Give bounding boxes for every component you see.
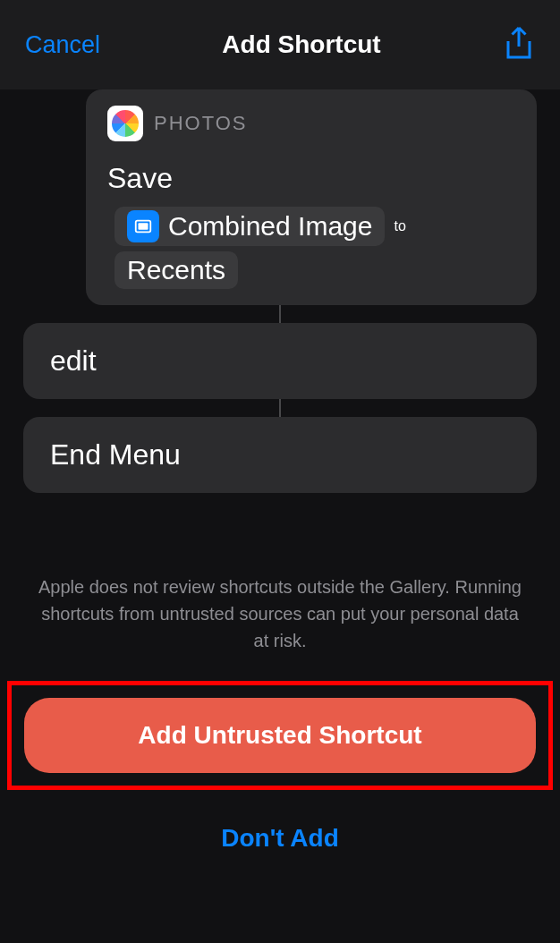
warning-text: Apple does not review shortcuts outside … [23, 573, 537, 654]
connector-line [279, 305, 281, 323]
header-bar: Cancel Add Shortcut [0, 0, 560, 89]
connector-line [279, 399, 281, 417]
page-title: Add Shortcut [222, 30, 380, 59]
image-icon [127, 210, 159, 242]
photos-app-icon [107, 106, 143, 141]
app-header-row: PHOTOS [107, 106, 515, 141]
action-params-row: Combined Image to [115, 207, 515, 246]
svg-rect-1 [139, 224, 148, 230]
connector-text: to [394, 218, 405, 234]
action-verb: Save [107, 156, 515, 201]
photos-action-card: PHOTOS Save Combined Image to Recents [86, 89, 537, 305]
dont-add-button[interactable]: Don't Add [23, 801, 537, 876]
param1-label: Combined Image [168, 211, 372, 242]
end-menu-card[interactable]: End Menu [23, 417, 537, 493]
cancel-button[interactable]: Cancel [25, 31, 100, 59]
combined-image-token[interactable]: Combined Image [115, 207, 385, 246]
param2-label: Recents [127, 255, 225, 285]
edit-card[interactable]: edit [23, 323, 537, 399]
share-button[interactable] [503, 25, 535, 65]
add-untrusted-shortcut-button[interactable]: Add Untrusted Shortcut [24, 698, 536, 773]
action-params-row-2: Recents [115, 251, 515, 289]
app-name-label: PHOTOS [154, 112, 248, 135]
recents-token[interactable]: Recents [115, 251, 238, 289]
share-icon [503, 25, 535, 63]
highlight-annotation: Add Untrusted Shortcut [7, 681, 553, 790]
